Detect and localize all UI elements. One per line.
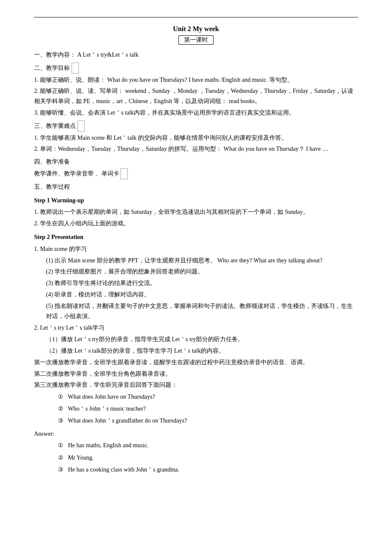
- q1-num: ①: [58, 394, 63, 400]
- q1-text: What does John have on Thursdays?: [68, 394, 155, 400]
- step2-sub5: (5) 指名朗读对话，并翻译主要句子的中文意思，掌握单词和句子的读法。教师领读对…: [46, 301, 358, 322]
- obj1-text: 能够正确听、说、朗读： What do you have on Thursday…: [40, 77, 293, 83]
- obj2-text: 能够正确听、说、读、写单词： weekend，Sunday ，Monday ，T…: [34, 88, 353, 104]
- step2-p1: 第一次播放教学录音，全班学生跟着录音读，提醒学生在跟读的过程中药注意模仿录音中的…: [34, 357, 358, 368]
- step2-let1: （1）播放 Let＇s try部分的录音，指导学生完成 Let＇s try部分的…: [46, 334, 358, 345]
- step2-main: 1. Main scene 的学习: [34, 244, 358, 254]
- step1-item2: 2. 学生在四人小组内玩上面的游戏。: [34, 219, 358, 229]
- section4-content: 教学课件、教学录音带 、单词卡: [34, 170, 119, 177]
- questions-block: ① What does John have on Thursdays? ② Wh…: [34, 391, 358, 426]
- section5-heading: 五、教学过程: [34, 182, 358, 192]
- diff2-num: 2.: [34, 146, 39, 152]
- top-divider: [34, 17, 358, 17]
- step2-sub4: (4) 听录音，模仿对话，理解对话内容。: [46, 290, 358, 300]
- section2-heading: 二、教学目标: [34, 63, 358, 74]
- answers-block: Answer: ① He has maths, English and musi…: [34, 429, 358, 475]
- diff2-text: 单词：Wednesday，Tuesday，Thursday，Saturday 的…: [40, 146, 328, 152]
- main-title: Unit 2 My week: [34, 25, 358, 33]
- step2-block: Step 2 Presentation 1. Main scene 的学习 (1…: [34, 232, 358, 321]
- section1-label: 一、教学内容：: [34, 52, 76, 58]
- step1-item1: 1. 教师说出一个表示星期的单词，如 Saturday，全班学生迅速说出与其相对…: [34, 207, 358, 217]
- q3-num: ③: [58, 417, 63, 424]
- difficulties: 1. 学生能够表演 Main scene 和 Let＇talk 的交际内容，能够…: [34, 133, 358, 155]
- step1-block: Step 1 Warming-up 1. 教师说出一个表示星期的单词，如 Sat…: [34, 196, 358, 229]
- obj2-num: 2.: [34, 88, 39, 94]
- step1-heading: Step 1 Warming-up: [34, 196, 358, 206]
- a2-num: ②: [58, 454, 63, 461]
- objectives: 1. 能够正确听、说、朗读： What do you have on Thurs…: [34, 75, 358, 118]
- step2-let2: （2）播放 Let＇s talk部分的录音，指导学生学习 Let＇s talk的…: [46, 346, 358, 356]
- q2-text: Who＇s John＇s music teacher?: [68, 405, 146, 412]
- section4-heading: 四、教学准备 教学课件、教学录音带 、单词卡: [34, 157, 358, 179]
- step2-p2: 第二次播放教学录音，全班学生分角色跟着录音读。: [34, 369, 358, 379]
- let-block: 2. Let＇s try Let＇s talk学习 （1）播放 Let＇s tr…: [34, 323, 358, 390]
- a1-num: ①: [58, 442, 63, 449]
- section3-heading: 三、教学重难点: [34, 121, 358, 132]
- question-3: ③ What does John＇s grandfather do on Thu…: [58, 415, 358, 426]
- section3-label: 三、教学重难点: [34, 123, 76, 129]
- q2-num: ②: [58, 405, 63, 412]
- step2-p3: 第三次播放教学录音，学生听完录音后回答下面问题：: [34, 380, 358, 390]
- step2-sub3: (3) 教师引导学生将讨论的结果进行交流。: [46, 278, 358, 288]
- step2-sub2: (2) 学生仔细观察图片，展开合理的想象并回答老师的问题。: [46, 267, 358, 277]
- obj1-num: 1.: [34, 77, 39, 83]
- answer-1: ① He has maths, English and music.: [58, 440, 358, 451]
- diff1-num: 1.: [34, 135, 39, 141]
- section3-box: [78, 121, 85, 132]
- section4-label: 四、教学准备: [34, 158, 70, 165]
- obj3-num: 3.: [34, 109, 39, 116]
- a3-text: He has a cooking class with John＇s grand…: [68, 466, 179, 473]
- section1-content: A Let＇s try&Let＇s talk: [78, 52, 138, 58]
- step2-heading: Step 2 Presentation: [34, 232, 358, 242]
- subtitle: 第一课时: [179, 35, 213, 45]
- section2-label: 二、教学目标: [34, 65, 70, 71]
- answer-2: ② Mr Young.: [58, 452, 358, 463]
- a3-num: ③: [58, 466, 63, 473]
- title-block: Unit 2 My week 第一课时: [34, 25, 358, 45]
- a2-text: Mr Young.: [68, 454, 94, 461]
- answer-label: Answer:: [34, 429, 358, 439]
- section4-box: [121, 168, 128, 179]
- section5-label: 五、教学过程: [34, 184, 70, 190]
- answer-3: ③ He has a cooking class with John＇s gra…: [58, 464, 358, 475]
- section1: 一、教学内容： A Let＇s try&Let＇s talk: [34, 50, 358, 60]
- question-1: ① What does John have on Thursdays?: [58, 391, 358, 402]
- q3-text: What does John＇s grandfather do on Thurs…: [68, 417, 187, 424]
- a1-text: He has maths, English and music.: [68, 442, 149, 449]
- step2-sub1: (1) 出示 Main scene 部分的教学 PPT，让学生观察并且仔细思考。…: [46, 256, 358, 266]
- question-2: ② Who＇s John＇s music teacher?: [58, 403, 358, 414]
- diff1-text: 学生能够表演 Main scene 和 Let＇talk 的交际内容，能够在情景…: [40, 135, 287, 141]
- step2-let: 2. Let＇s try Let＇s talk学习: [34, 323, 358, 333]
- section2-box: [72, 63, 79, 74]
- obj3-text: 能够听懂、会说、会表演 Let＇s talk内容，并在真实场景中运用所学的语言进…: [40, 109, 295, 116]
